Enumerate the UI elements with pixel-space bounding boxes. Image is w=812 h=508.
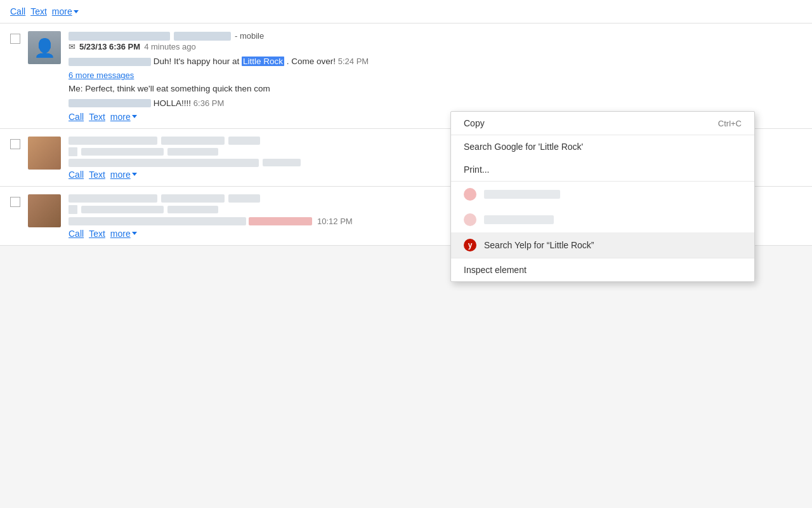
yelp-item-left: y Search Yelp for “Little Rock” bbox=[464, 239, 594, 251]
copy-label: Copy bbox=[464, 118, 485, 128]
entry-checkbox-1[interactable] bbox=[10, 34, 20, 44]
blurred-name-2 bbox=[69, 137, 157, 145]
my-message-1: Me: Perfect, think we'll eat something q… bbox=[69, 83, 802, 95]
blurred-text-2 bbox=[69, 159, 259, 167]
call-link-2[interactable]: Call bbox=[69, 170, 84, 180]
mobile-label-1: - mobile bbox=[235, 31, 264, 41]
yelp-icon: y bbox=[464, 239, 476, 251]
blurred-phone-3 bbox=[161, 194, 225, 203]
call-link-1[interactable]: Call bbox=[69, 112, 84, 122]
blurred-icon-2 bbox=[69, 147, 77, 156]
sender-name-blurred-1 bbox=[69, 32, 170, 41]
search-yelp-label: Search Yelp for “Little Rock” bbox=[484, 240, 594, 250]
sender-line-1: - mobile bbox=[69, 31, 802, 41]
checkbox-area-1[interactable] bbox=[10, 31, 20, 122]
text-link-2[interactable]: Text bbox=[89, 170, 105, 180]
blurred-text-3a bbox=[69, 217, 246, 225]
page-container: Call Text more 👤 - mobile ✉ 5/23/13 6:36… bbox=[0, 0, 812, 508]
blurred-name-3 bbox=[69, 194, 157, 203]
avatar-3 bbox=[28, 194, 61, 227]
inspect-label: Inspect element bbox=[464, 265, 527, 275]
entry-checkbox-2[interactable] bbox=[10, 139, 20, 149]
more-arrow-icon bbox=[74, 10, 79, 13]
entry-checkbox-3[interactable] bbox=[10, 197, 20, 207]
blurred-date-2 bbox=[81, 148, 164, 156]
more-arrow-icon-1 bbox=[132, 115, 137, 118]
context-menu: Copy Ctrl+C Search Google for 'Little Ro… bbox=[450, 111, 755, 282]
blurred-time-2 bbox=[263, 159, 301, 166]
blurred-sender-name-1 bbox=[69, 58, 151, 66]
holla-line-1: HOLLA!!!! 6:36 PM bbox=[69, 98, 802, 108]
search-google-label: Search Google for 'Little Rock' bbox=[464, 142, 583, 152]
sender-phone-blurred-1 bbox=[174, 32, 231, 41]
message-body-1: Duh! It's happy hour at Little Rock . Co… bbox=[69, 55, 802, 68]
blurred-sender-name-2 bbox=[69, 99, 151, 107]
timestamp-line-1: ✉ 5/23/13 6:36 PM 4 minutes ago bbox=[69, 42, 802, 51]
blurred-menu-text-1 bbox=[484, 190, 560, 199]
context-menu-search-yelp[interactable]: y Search Yelp for “Little Rock” bbox=[451, 232, 754, 258]
checkbox-area-3[interactable] bbox=[10, 194, 20, 239]
message-content-1: - mobile ✉ 5/23/13 6:36 PM 4 minutes ago… bbox=[69, 31, 802, 122]
more-arrow-icon-3 bbox=[132, 232, 137, 235]
text-link-3[interactable]: Text bbox=[89, 229, 105, 239]
context-menu-copy[interactable]: Copy Ctrl+C bbox=[451, 112, 754, 135]
top-action-bar: Call Text more bbox=[0, 0, 812, 23]
message-post-bold-1: . Come over! bbox=[287, 57, 336, 66]
top-call-link[interactable]: Call bbox=[10, 6, 25, 17]
more-dropdown-1[interactable]: more bbox=[110, 112, 137, 122]
copy-shortcut: Ctrl+C bbox=[718, 119, 742, 128]
more-messages-link-1[interactable]: 6 more messages bbox=[69, 70, 802, 80]
context-menu-blurred-2[interactable] bbox=[451, 207, 754, 232]
top-more-dropdown[interactable]: more bbox=[52, 6, 79, 17]
blurred-icon-3 bbox=[69, 205, 77, 214]
message-time-1: 5:24 PM bbox=[338, 57, 369, 66]
blurred-ago-3 bbox=[167, 206, 218, 213]
avatar-silhouette-1: 👤 bbox=[28, 31, 61, 64]
message-pre-bold-1: Duh! It's happy hour at bbox=[154, 57, 242, 66]
context-menu-inspect[interactable]: Inspect element bbox=[451, 258, 754, 281]
text-link-1[interactable]: Text bbox=[89, 112, 105, 122]
context-menu-search-google[interactable]: Search Google for 'Little Rock' bbox=[451, 135, 754, 158]
print-label: Print... bbox=[464, 164, 489, 175]
more-arrow-icon-2 bbox=[132, 173, 137, 176]
avatar-photo-3 bbox=[28, 194, 61, 227]
blurred-text-3b bbox=[249, 217, 312, 225]
context-menu-print[interactable]: Print... bbox=[451, 158, 754, 181]
avatar-photo-2 bbox=[28, 137, 61, 170]
holla-text-1: HOLLA!!!! bbox=[154, 98, 191, 108]
context-menu-blurred-1[interactable] bbox=[451, 182, 754, 207]
blurred-label-2 bbox=[228, 137, 260, 145]
highlighted-text-1: Little Rock bbox=[242, 57, 284, 66]
blurred-menu-text-2 bbox=[484, 215, 554, 224]
call-link-3[interactable]: Call bbox=[69, 229, 84, 239]
time-ago-1: 4 minutes ago bbox=[144, 42, 196, 51]
blurred-ago-2 bbox=[167, 148, 218, 156]
top-text-link[interactable]: Text bbox=[30, 6, 47, 17]
blurred-phone-2 bbox=[161, 137, 225, 145]
more-dropdown-2[interactable]: more bbox=[110, 170, 137, 180]
holla-time-1: 6:36 PM bbox=[193, 98, 224, 108]
timestamp-1: 5/23/13 6:36 PM bbox=[79, 42, 140, 51]
avatar-2 bbox=[28, 137, 61, 170]
more-dropdown-3[interactable]: more bbox=[110, 229, 137, 239]
blurred-circle-1 bbox=[464, 188, 476, 201]
avatar-1: 👤 bbox=[28, 31, 61, 64]
blurred-label-3 bbox=[228, 194, 260, 203]
entry3-time: 10:12 PM bbox=[317, 217, 353, 226]
blurred-circle-2 bbox=[464, 213, 476, 226]
email-icon-1: ✉ bbox=[69, 42, 75, 51]
person-icon-1: 👤 bbox=[34, 37, 56, 58]
checkbox-area-2[interactable] bbox=[10, 137, 20, 180]
blurred-date-3 bbox=[81, 206, 164, 213]
